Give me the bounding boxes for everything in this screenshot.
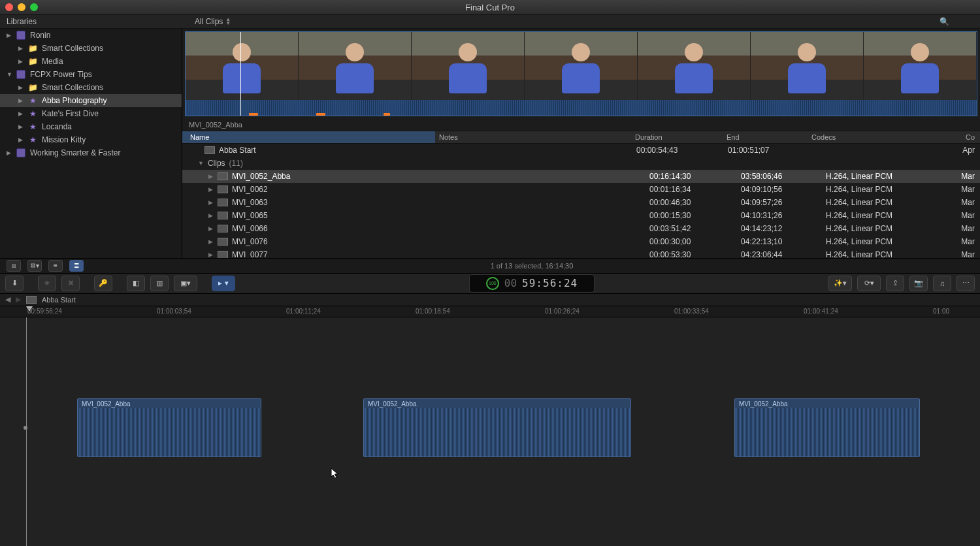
timeline-clip-label: MVI_0052_Abba	[739, 400, 788, 408]
timecode-display[interactable]: 100 00 59:56:24	[469, 274, 595, 293]
ruler-tick: 01:00:18;54	[416, 308, 450, 315]
sidebar-item-label: Locanda	[42, 122, 72, 131]
ruler-tick: 01:00:41;24	[804, 308, 838, 315]
ruler-tick: 01:00:11;24	[286, 308, 321, 315]
timeline-clip[interactable]: MVI_0052_Abba	[734, 398, 920, 457]
col-duration[interactable]: Duration	[635, 131, 727, 143]
sidebar-item[interactable]: ▶★Locanda	[0, 120, 182, 133]
clip-row[interactable]: ▶MVI_006500:00:15;3004:10:31;26H.264, Li…	[182, 209, 980, 222]
disclosure-icon[interactable]: ▶	[18, 97, 24, 104]
disclosure-icon[interactable]: ▶	[18, 84, 24, 91]
allclips-label: All Clips	[195, 17, 223, 26]
timeline-back-button[interactable]: ◀	[5, 295, 10, 304]
clip-row[interactable]: ▶MVI_006200:01:16;3404:09:10;56H.264, Li…	[182, 183, 980, 196]
timeline-ruler[interactable]: 00:59:56;2401:00:03;5401:00:11;2401:00:1…	[0, 306, 980, 317]
insert-clip-button[interactable]: ▥	[150, 276, 169, 291]
connect-clip-button[interactable]: ◧	[127, 276, 145, 291]
sidebar-item[interactable]: ▶Working Smarter & Faster	[0, 146, 182, 159]
row-name: MVI_0062	[232, 185, 268, 194]
import-button[interactable]: ⧈	[7, 260, 21, 272]
timeline-clip[interactable]: MVI_0052_Abba	[363, 398, 631, 457]
disclosure-icon[interactable]: ▶	[18, 136, 24, 143]
event-icon: ★	[27, 122, 38, 131]
allclips-filter[interactable]: All Clips ▲▼	[188, 17, 908, 26]
timeline-clip-label: MVI_0052_Abba	[82, 400, 131, 408]
clips-group-header[interactable]: ▼Clips (11)	[182, 157, 980, 170]
event-icon: ★	[27, 96, 38, 105]
clip-thumb-icon	[218, 225, 228, 233]
col-end[interactable]: End	[727, 131, 811, 143]
disclosure-icon[interactable]: ▶	[18, 110, 24, 117]
library-icon	[16, 70, 26, 79]
col-codecs[interactable]: Codecs	[811, 131, 942, 143]
disclosure-icon[interactable]: ▶	[18, 45, 24, 52]
event-icon: ★	[27, 135, 38, 144]
disclosure-icon[interactable]: ▼	[7, 71, 12, 78]
settings-button[interactable]: ⚙▾	[27, 260, 42, 272]
col-name[interactable]: Name	[182, 131, 435, 143]
library-icon	[16, 148, 26, 157]
library-sidebar: ▶Ronin▶📁Smart Collections▶📁Media▼FCPX Po…	[0, 29, 182, 258]
disclosure-icon[interactable]: ▶	[7, 150, 12, 156]
sidebar-item-label: Working Smarter & Faster	[30, 148, 120, 157]
sidebar-item[interactable]: ▶★Mission Kitty	[0, 133, 182, 146]
sidebar-item[interactable]: ▶★Kate's First Dive	[0, 107, 182, 120]
sidebar-item[interactable]: ▶★Abba Photography	[0, 94, 182, 107]
timeline-project-name: Abba Start	[42, 296, 76, 304]
timeline-clip[interactable]: MVI_0052_Abba	[77, 398, 261, 457]
retime-menu[interactable]: ⟳▾	[857, 276, 881, 291]
clip-row[interactable]: ▶MVI_007600:00:30;0004:22:13;10H.264, Li…	[182, 235, 980, 248]
sidebar-item-label: Ronin	[30, 31, 50, 40]
keyword-button[interactable]: 🔑	[94, 276, 112, 291]
timeline-header: ◀ ▶ Abba Start	[0, 294, 980, 306]
clip-row[interactable]: ▶MVI_006600:03:51;4204:14:23;12H.264, Li…	[182, 222, 980, 235]
primary-storyline[interactable]: MVI_0052_AbbaMVI_0052_AbbaMVI_0052_Abba	[0, 398, 980, 456]
skimmer-filmstrip[interactable]	[185, 31, 977, 116]
sidebar-item[interactable]: ▶📁Media	[0, 55, 182, 68]
col-notes[interactable]: Notes	[435, 131, 635, 143]
disclosure-icon[interactable]: ▶	[18, 123, 24, 130]
share-button[interactable]: ⇪	[886, 276, 904, 291]
col-co[interactable]: Co	[942, 131, 980, 143]
project-row[interactable]: Abba Start00:00:54;4301:00:51;07Apr	[182, 144, 980, 157]
timeline[interactable]: MVI_0052_AbbaMVI_0052_AbbaMVI_0052_Abba	[0, 317, 980, 547]
search-icon[interactable]: 🔍	[939, 17, 949, 26]
selection-status: 1 of 13 selected, 16:14;30	[90, 262, 973, 270]
list-view-button[interactable]: ≣	[69, 260, 84, 272]
ruler-tick: 00:59:56;24	[27, 308, 62, 315]
clip-thumb-icon	[218, 185, 228, 193]
sidebar-item-label: Mission Kitty	[42, 135, 86, 144]
more-button[interactable]: ⋯	[956, 276, 975, 291]
ruler-tick: 01:00	[933, 308, 949, 315]
filmstrip-clipname: MVI_0052_Abba	[182, 119, 980, 131]
append-clip-button[interactable]: ▣▾	[174, 276, 197, 291]
disclosure-icon[interactable]: ▶	[7, 32, 12, 39]
favorite-button[interactable]: ★	[38, 276, 56, 291]
sidebar-item[interactable]: ▶Ronin	[0, 29, 182, 42]
clip-thumb-icon	[218, 199, 228, 206]
sidebar-item-label: Kate's First Dive	[42, 109, 99, 118]
snapshot-button[interactable]: 📷	[909, 276, 928, 291]
clip-thumb-icon	[218, 212, 228, 219]
disclosure-icon[interactable]: ▶	[18, 58, 24, 65]
browser-list: Abba Start00:00:54;4301:00:51;07Apr▼Clip…	[182, 144, 980, 258]
clip-row[interactable]: ▶MVI_0052_Abba00:16:14;3003:58:06;46H.26…	[182, 170, 980, 183]
folder-icon: 📁	[27, 44, 38, 53]
background-tasks-icon[interactable]: 100	[486, 277, 499, 290]
sidebar-item-label: FCPX Power Tips	[30, 70, 92, 79]
select-tool[interactable]: ▸ ▾	[212, 276, 235, 291]
clip-row[interactable]: ▶MVI_006300:00:46;3004:09:57;26H.264, Li…	[182, 196, 980, 209]
sidebar-item[interactable]: ▼FCPX Power Tips	[0, 68, 182, 81]
browser-column-header: Name Notes Duration End Codecs Co	[182, 131, 980, 144]
clip-row[interactable]: ▶MVI_007700:00:53;3004:23:06;44H.264, Li…	[182, 248, 980, 258]
timeline-forward-button[interactable]: ▶	[16, 295, 21, 304]
sidebar-item[interactable]: ▶📁Smart Collections	[0, 42, 182, 55]
row-name: MVI_0076	[232, 237, 268, 246]
ruler-tick: 01:00:26;24	[545, 308, 580, 315]
reject-button[interactable]: ✖	[61, 276, 80, 291]
music-button[interactable]: ♫	[933, 276, 951, 291]
download-button[interactable]: ⬇	[5, 276, 24, 291]
filmstrip-view-button[interactable]: ≡	[48, 260, 63, 272]
enhance-menu[interactable]: ✨▾	[828, 276, 852, 291]
sidebar-item[interactable]: ▶📁Smart Collections	[0, 81, 182, 94]
